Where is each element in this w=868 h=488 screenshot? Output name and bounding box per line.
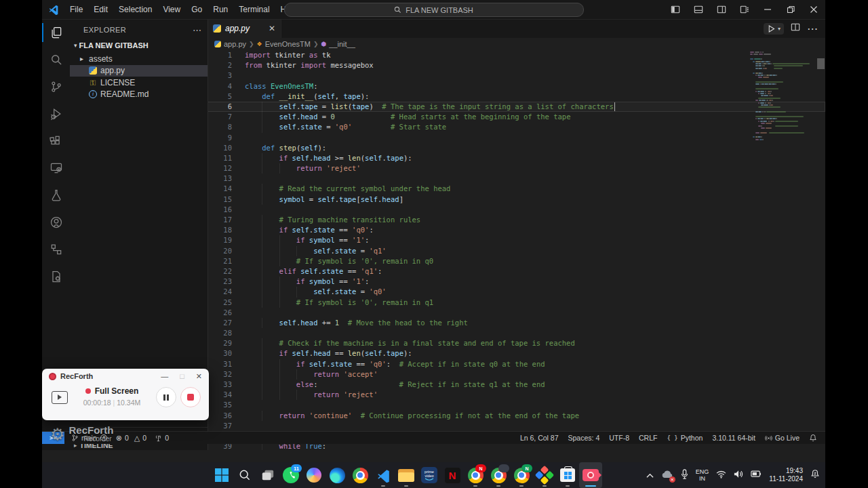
- code-line[interactable]: 15 symbol = self.tape[self.head]: [208, 195, 825, 205]
- tab-app-py[interactable]: app.py ✕: [208, 19, 281, 38]
- code-line[interactable]: 7 self.head = 0 # Head starts at the beg…: [208, 112, 825, 122]
- workspace-root-folder[interactable]: ▾ FLA NEW GITBASH: [70, 38, 208, 53]
- chrome-profile1-button[interactable]: N: [464, 462, 487, 488]
- menu-terminal[interactable]: Terminal: [233, 5, 275, 14]
- code-line[interactable]: 29 # Check if the machine is in a final …: [208, 338, 825, 348]
- code-line[interactable]: 36 return 'continue' # Continue processi…: [208, 411, 825, 421]
- command-center-search[interactable]: FLA NEW GITBASH: [284, 3, 584, 17]
- menu-run[interactable]: Run: [208, 5, 233, 14]
- code-line[interactable]: 10 def step(self):: [208, 143, 825, 153]
- code-line[interactable]: 25 # If symbol is '0', remain in q1: [208, 298, 825, 308]
- chrome-profile3-button[interactable]: N: [510, 462, 533, 488]
- code-line[interactable]: 23 if symbol == '1':: [208, 277, 825, 287]
- code-line[interactable]: 17 # Turing machine transition rules: [208, 215, 825, 225]
- netflix-button[interactable]: N: [441, 462, 464, 488]
- split-editor-icon[interactable]: [791, 22, 800, 35]
- customize-layout-icon[interactable]: [733, 0, 756, 19]
- go-live-button[interactable]: Go Live: [765, 434, 800, 442]
- microphone-tray-icon[interactable]: [681, 469, 688, 482]
- recforth-taskbar-button[interactable]: [579, 462, 602, 488]
- code-editor[interactable]: 1import tkinter as tk2from tkinter impor…: [208, 50, 825, 450]
- task-view-button[interactable]: [256, 462, 279, 488]
- clock[interactable]: 19:4311-11-2024: [769, 467, 803, 483]
- menu-edit[interactable]: Edit: [88, 5, 113, 14]
- code-line[interactable]: 16: [208, 205, 825, 215]
- edge-button[interactable]: [326, 462, 349, 488]
- toggle-panel-icon[interactable]: [687, 0, 710, 19]
- code-line[interactable]: 32 return 'accept': [208, 369, 825, 380]
- notification-center-bell-icon[interactable]: [810, 469, 820, 481]
- chrome-profile2-button[interactable]: [487, 462, 510, 488]
- taskbar-search-button[interactable]: [233, 462, 256, 488]
- office-suite-button[interactable]: [533, 462, 556, 488]
- code-line[interactable]: 21 # If symbol is '0', remain in q0: [208, 256, 825, 266]
- breadcrumb-symbol[interactable]: __init__: [329, 40, 355, 48]
- code-line[interactable]: 11 if self.head >= len(self.tape):: [208, 153, 825, 163]
- sidebar-item-app-py[interactable]: app.py: [70, 65, 208, 77]
- stop-recording-button[interactable]: [180, 387, 201, 407]
- chrome-button[interactable]: [349, 462, 372, 488]
- menu-selection[interactable]: Selection: [113, 5, 157, 14]
- code-line[interactable]: 27 self.head += 1 # Move the head to the…: [208, 318, 825, 328]
- scrollbar-thumb[interactable]: [817, 58, 825, 69]
- recordings-folder-icon[interactable]: [52, 391, 68, 404]
- breadcrumb-class[interactable]: EvenOnesTM: [265, 40, 311, 48]
- config-file-icon[interactable]: [42, 263, 70, 290]
- tab-close-icon[interactable]: ✕: [269, 24, 275, 33]
- recforth-window[interactable]: RecForth — □ ✕ Full Screen 00:00:18 | 10…: [42, 369, 209, 420]
- language-indicator[interactable]: ENGIN: [696, 468, 709, 482]
- pause-recording-button[interactable]: [156, 387, 176, 407]
- code-line[interactable]: 6 self.tape = list(tape) # The tape is t…: [208, 102, 825, 112]
- code-line[interactable]: 33 else: # Reject if in state q1 at the …: [208, 380, 825, 390]
- eol-sequence[interactable]: CRLF: [639, 434, 657, 442]
- run-python-file-button[interactable]: ▾: [764, 23, 784, 35]
- menu-go[interactable]: Go: [186, 5, 208, 14]
- whatsapp-button[interactable]: 11: [279, 462, 302, 488]
- code-line[interactable]: 31 if self.state == 'q0': # Accept if in…: [208, 359, 825, 369]
- prime-video-button[interactable]: primevideo: [418, 462, 441, 488]
- sidebar-item-assets[interactable]: ▸ assets: [70, 53, 208, 65]
- vscode-taskbar-button[interactable]: [372, 462, 395, 488]
- editor-scrollbar[interactable]: [816, 50, 825, 450]
- code-line[interactable]: 26: [208, 308, 825, 318]
- references-icon[interactable]: [42, 236, 70, 263]
- tray-show-hidden-icons[interactable]: [646, 469, 654, 481]
- window-restore-icon[interactable]: [779, 0, 802, 19]
- microsoft-store-button[interactable]: [556, 462, 579, 488]
- source-control-icon[interactable]: [42, 73, 70, 100]
- recforth-minimize-icon[interactable]: —: [161, 372, 168, 380]
- code-line[interactable]: 8 self.state = 'q0' # Start state: [208, 122, 825, 132]
- indentation[interactable]: Spaces: 4: [568, 434, 600, 442]
- menu-view[interactable]: View: [157, 5, 186, 14]
- code-line[interactable]: 24 self.state = 'q0': [208, 287, 825, 297]
- editor-more-actions-icon[interactable]: ⋯: [807, 22, 818, 35]
- encoding[interactable]: UTF-8: [609, 434, 629, 442]
- breadcrumb-file[interactable]: app.py: [224, 40, 246, 48]
- cursor-position[interactable]: Ln 6, Col 87: [520, 434, 559, 442]
- python-interpreter[interactable]: 3.10.11 64-bit: [712, 434, 755, 442]
- code-line[interactable]: 20 self.state = 'q1': [208, 246, 825, 256]
- notifications-bell-icon[interactable]: [809, 434, 817, 442]
- extensions-icon[interactable]: [42, 127, 70, 155]
- recforth-maximize-icon[interactable]: □: [180, 372, 184, 380]
- code-line[interactable]: 5 def __init__(self, tape):: [208, 92, 825, 102]
- volume-tray-icon[interactable]: [734, 469, 743, 481]
- code-line[interactable]: 22 elif self.state == 'q1':: [208, 266, 825, 277]
- code-line[interactable]: 2from tkinter import messagebox: [208, 60, 825, 70]
- file-explorer-button[interactable]: [395, 462, 418, 488]
- recforth-titlebar[interactable]: RecForth — □ ✕: [42, 369, 209, 384]
- sidebar-item-license[interactable]: ⚿ LICENSE: [70, 77, 208, 89]
- run-dropdown-icon[interactable]: ▾: [778, 26, 781, 32]
- battery-tray-icon[interactable]: [751, 469, 762, 481]
- language-mode[interactable]: { } Python: [667, 434, 703, 442]
- code-line[interactable]: 9: [208, 133, 825, 143]
- start-button[interactable]: [210, 462, 233, 488]
- run-debug-icon[interactable]: [42, 100, 70, 127]
- minimap[interactable]: [750, 52, 816, 450]
- window-close-icon[interactable]: [802, 0, 825, 19]
- code-line[interactable]: 1import tkinter as tk: [208, 50, 825, 60]
- remote-explorer-icon[interactable]: [42, 155, 70, 182]
- code-line[interactable]: 34 return 'reject': [208, 390, 825, 400]
- onedrive-paused-icon[interactable]: ✕: [661, 469, 673, 481]
- menu-file[interactable]: File: [64, 5, 88, 14]
